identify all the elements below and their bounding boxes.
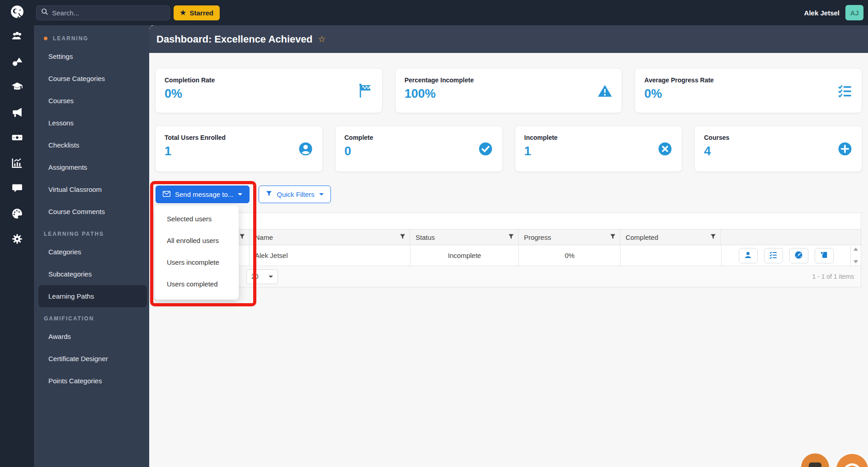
sidebar-item-checklists[interactable]: Checklists — [38, 134, 147, 156]
messages-icon[interactable] — [10, 181, 24, 195]
certificate-scroll-icon — [820, 251, 828, 261]
graduation-cap-icon[interactable] — [10, 80, 24, 94]
sidebar-item-settings[interactable]: Settings — [38, 45, 147, 67]
page-size-select[interactable]: 20 — [246, 269, 278, 284]
send-message-button[interactable]: Send message to... — [156, 186, 250, 203]
sidebar-item-learning-paths[interactable]: Learning Paths — [38, 285, 147, 307]
stat-value: 1 — [524, 144, 673, 158]
pager-range-text: 1 - 1 of 1 items — [812, 273, 855, 280]
quick-filters-label: Quick Filters — [277, 191, 314, 198]
stat-card-courses: Courses 4 — [695, 126, 862, 172]
design-palette-icon[interactable] — [10, 207, 24, 220]
stat-value: 0 — [344, 144, 493, 158]
table-row[interactable]: Alek Jetsel Incomplete 0% — [156, 245, 861, 266]
analytics-icon[interactable] — [10, 156, 24, 170]
menu-item-selected-users[interactable]: Selected users — [155, 208, 239, 229]
filter-funnel-icon[interactable] — [400, 234, 406, 241]
favorite-star-icon[interactable]: ☆ — [318, 34, 326, 44]
stat-label: Complete — [344, 134, 493, 141]
stat-label: Incomplete — [524, 134, 673, 141]
menu-item-users-completed[interactable]: Users completed — [155, 273, 239, 295]
stat-value: 1 — [165, 144, 313, 158]
stats-row-1: Completion Rate 0% Percentage Incomplete… — [156, 69, 862, 113]
grid-scrollbar[interactable] — [851, 245, 861, 266]
column-header-status[interactable]: Status — [410, 229, 519, 245]
stat-card-total-users-enrolled: Total Users Enrolled 1 — [156, 126, 322, 172]
x-circle-icon — [657, 141, 673, 157]
grid-toolbar-row — [156, 213, 861, 229]
warning-triangle-icon — [597, 83, 613, 99]
plus-circle-icon — [837, 141, 853, 157]
row-progress-cell: 0% — [519, 245, 621, 266]
avatar[interactable]: AJ — [845, 5, 863, 20]
chevron-down-icon — [269, 276, 273, 278]
sidebar-item-lessons[interactable]: Lessons — [38, 112, 147, 134]
grid-header-row: Name Status Progress Completed — [156, 229, 861, 245]
stat-label: Total Users Enrolled — [165, 134, 313, 141]
sidebar-item-virtual-classroom[interactable]: Virtual Classroom — [38, 178, 147, 200]
users-grid: Name Status Progress Completed — [156, 213, 861, 287]
sidebar-item-courses[interactable]: Courses — [38, 90, 147, 112]
stat-label: Courses — [704, 134, 853, 141]
search-input[interactable] — [52, 9, 160, 17]
sidebar-item-course-categories[interactable]: Course Categories — [38, 67, 147, 90]
view-user-button[interactable] — [739, 248, 758, 263]
row-status-cell: Incomplete — [410, 245, 519, 266]
shapes-icon[interactable] — [10, 55, 24, 68]
stat-card-completion-rate: Completion Rate 0% — [156, 69, 382, 113]
column-header-progress[interactable]: Progress — [519, 229, 620, 245]
check-circle-icon — [478, 141, 493, 157]
filter-funnel-icon[interactable] — [239, 234, 245, 241]
search-box[interactable] — [36, 5, 170, 20]
stat-value: 4 — [704, 144, 853, 158]
column-header-completed[interactable]: Completed — [620, 229, 721, 245]
envelope-icon — [163, 191, 175, 198]
task-list-icon — [837, 83, 853, 99]
stat-label: Percentage Incomplete — [405, 76, 613, 84]
sidebar-item-assignments[interactable]: Assignments — [38, 156, 147, 178]
page-header: Dashboard: Excellence Achieved ☆ — [149, 25, 868, 53]
billing-icon[interactable] — [10, 131, 24, 144]
elephant-logo-icon — [9, 4, 25, 21]
filter-funnel-icon[interactable] — [508, 234, 514, 241]
stat-value: 0% — [165, 87, 373, 101]
gauge-button[interactable] — [789, 248, 808, 263]
users-icon[interactable] — [10, 29, 24, 43]
chevron-down-icon — [238, 193, 242, 195]
chat-bubble-icon — [809, 462, 821, 467]
brand-ring-icon — [843, 463, 861, 467]
sidebar-item-course-comments[interactable]: Course Comments — [38, 200, 147, 223]
settings-gear-icon[interactable] — [10, 232, 24, 246]
quick-filters-button[interactable]: Quick Filters — [259, 186, 330, 203]
table-toolbar: Send message to... Quick Filters — [156, 186, 862, 203]
menu-item-all-enrolled-users[interactable]: All enrolled users — [155, 229, 239, 251]
stat-card-percentage-incomplete: Percentage Incomplete 100% — [396, 69, 622, 113]
starred-button[interactable]: ★ Starred — [174, 5, 220, 20]
user-name[interactable]: Alek Jetsel — [804, 9, 840, 17]
certificate-button[interactable] — [815, 248, 834, 263]
sidebar-item-certificate-designer[interactable]: Certificate Designer — [38, 348, 147, 370]
row-actions-cell — [722, 245, 851, 266]
filter-funnel-icon — [266, 191, 277, 198]
scroll-down-icon[interactable] — [854, 260, 858, 263]
checklist-button[interactable] — [764, 248, 783, 263]
menu-item-users-incomplete[interactable]: Users incomplete — [155, 251, 239, 273]
sidebar-item-awards[interactable]: Awards — [38, 325, 147, 348]
sidebar-item-subcategories[interactable]: Subcategories — [38, 263, 147, 285]
sidebar-item-points-categories[interactable]: Points Categories — [38, 370, 147, 392]
filter-funnel-icon[interactable] — [610, 234, 616, 241]
column-header-name[interactable]: Name — [250, 229, 410, 245]
grid-pager: 20 1 - 1 of 1 items — [156, 266, 861, 287]
section-header-learning-paths: LEARNING PATHS — [34, 227, 151, 241]
stat-card-average-progress-rate: Average Progress Rate 0% — [635, 69, 862, 113]
icon-rail — [0, 25, 34, 467]
send-message-dropdown: Selected users All enrolled users Users … — [155, 205, 239, 300]
stat-label: Average Progress Rate — [644, 76, 853, 84]
filter-funnel-icon[interactable] — [710, 234, 716, 241]
megaphone-icon[interactable] — [10, 105, 24, 119]
app-logo[interactable] — [0, 4, 34, 21]
scroll-up-icon[interactable] — [854, 248, 858, 251]
stats-row-2: Total Users Enrolled 1 Complete 0 Incomp… — [156, 126, 862, 172]
checkered-flag-icon — [358, 83, 373, 99]
sidebar-item-categories[interactable]: Categories — [38, 241, 147, 263]
